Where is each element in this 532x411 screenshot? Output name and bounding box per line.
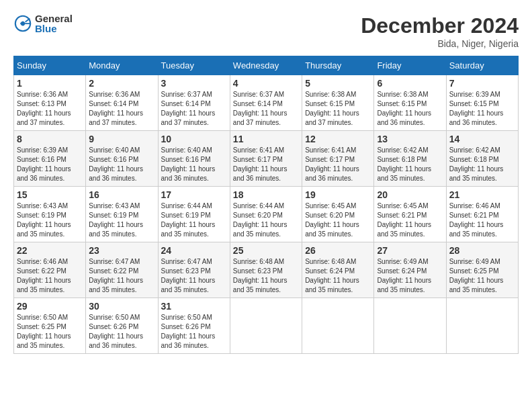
day-number: 10	[161, 134, 227, 144]
calendar-cell: 25 Sunrise: 6:48 AMSunset: 6:23 PMDaylig…	[230, 242, 302, 298]
day-number: 21	[449, 189, 515, 200]
day-info: Sunrise: 6:49 AMSunset: 6:24 PMDaylight:…	[377, 258, 431, 293]
day-info: Sunrise: 6:47 AMSunset: 6:22 PMDaylight:…	[89, 258, 143, 293]
logo: General Blue	[13, 13, 73, 34]
day-number: 16	[89, 189, 154, 200]
calendar-cell: 28 Sunrise: 6:49 AMSunset: 6:25 PMDaylig…	[446, 242, 518, 298]
day-info: Sunrise: 6:50 AMSunset: 6:26 PMDaylight:…	[161, 314, 216, 349]
calendar-cell	[374, 298, 446, 354]
location-text: Bida, Niger, Nigeria	[361, 38, 519, 49]
calendar-week-row: 29 Sunrise: 6:50 AMSunset: 6:25 PMDaylig…	[14, 298, 519, 354]
day-number: 4	[233, 78, 299, 89]
calendar-cell: 14 Sunrise: 6:42 AMSunset: 6:18 PMDaylig…	[446, 131, 518, 187]
weekday-header: Saturday	[446, 56, 518, 75]
calendar-cell: 23 Sunrise: 6:47 AMSunset: 6:22 PMDaylig…	[86, 242, 158, 298]
calendar-cell: 8 Sunrise: 6:39 AMSunset: 6:16 PMDayligh…	[14, 131, 86, 187]
day-info: Sunrise: 6:37 AMSunset: 6:14 PMDaylight:…	[161, 91, 216, 126]
calendar-cell: 31 Sunrise: 6:50 AMSunset: 6:26 PMDaylig…	[158, 298, 230, 354]
calendar-week-row: 8 Sunrise: 6:39 AMSunset: 6:16 PMDayligh…	[14, 131, 519, 187]
day-info: Sunrise: 6:43 AMSunset: 6:19 PMDaylight:…	[89, 202, 143, 238]
weekday-header: Sunday	[14, 56, 86, 75]
calendar-cell: 13 Sunrise: 6:42 AMSunset: 6:18 PMDaylig…	[374, 131, 446, 187]
calendar-header-row: SundayMondayTuesdayWednesdayThursdayFrid…	[14, 56, 519, 75]
day-number: 13	[377, 134, 443, 144]
day-number: 17	[161, 189, 227, 200]
calendar-table: SundayMondayTuesdayWednesdayThursdayFrid…	[13, 56, 519, 354]
page-header: General Blue December 2024 Bida, Niger, …	[13, 13, 519, 49]
weekday-header: Wednesday	[230, 56, 302, 75]
calendar-cell: 4 Sunrise: 6:37 AMSunset: 6:14 PMDayligh…	[230, 75, 302, 131]
day-number: 9	[89, 134, 154, 144]
calendar-cell	[446, 298, 518, 354]
day-number: 6	[377, 78, 443, 89]
day-info: Sunrise: 6:44 AMSunset: 6:20 PMDaylight:…	[233, 202, 287, 238]
day-info: Sunrise: 6:46 AMSunset: 6:22 PMDaylight:…	[17, 258, 71, 293]
calendar-cell: 11 Sunrise: 6:41 AMSunset: 6:17 PMDaylig…	[230, 131, 302, 187]
day-number: 18	[233, 189, 299, 200]
day-number: 8	[17, 134, 83, 144]
weekday-header: Monday	[86, 56, 158, 75]
day-info: Sunrise: 6:42 AMSunset: 6:18 PMDaylight:…	[377, 146, 431, 182]
calendar-cell: 20 Sunrise: 6:45 AMSunset: 6:21 PMDaylig…	[374, 187, 446, 242]
day-info: Sunrise: 6:38 AMSunset: 6:15 PMDaylight:…	[377, 91, 431, 126]
day-info: Sunrise: 6:48 AMSunset: 6:23 PMDaylight:…	[233, 258, 287, 293]
day-info: Sunrise: 6:49 AMSunset: 6:25 PMDaylight:…	[449, 258, 504, 293]
day-info: Sunrise: 6:47 AMSunset: 6:23 PMDaylight:…	[161, 258, 216, 293]
calendar-cell: 2 Sunrise: 6:36 AMSunset: 6:14 PMDayligh…	[86, 75, 158, 131]
calendar-week-row: 15 Sunrise: 6:43 AMSunset: 6:19 PMDaylig…	[14, 187, 519, 242]
day-info: Sunrise: 6:39 AMSunset: 6:15 PMDaylight:…	[449, 91, 504, 126]
day-info: Sunrise: 6:40 AMSunset: 6:16 PMDaylight:…	[161, 146, 216, 182]
day-number: 26	[305, 245, 371, 256]
day-number: 29	[17, 301, 83, 312]
logo-general-text: General	[35, 13, 73, 24]
day-number: 7	[449, 78, 515, 89]
day-number: 14	[449, 134, 515, 144]
calendar-cell: 3 Sunrise: 6:37 AMSunset: 6:14 PMDayligh…	[158, 75, 230, 131]
calendar-cell: 17 Sunrise: 6:44 AMSunset: 6:19 PMDaylig…	[158, 187, 230, 242]
day-number: 22	[17, 245, 83, 256]
day-number: 23	[89, 245, 154, 256]
calendar-cell: 27 Sunrise: 6:49 AMSunset: 6:24 PMDaylig…	[374, 242, 446, 298]
calendar-cell: 10 Sunrise: 6:40 AMSunset: 6:16 PMDaylig…	[158, 131, 230, 187]
day-number: 5	[305, 78, 371, 89]
logo-blue-text: Blue	[35, 24, 73, 34]
day-number: 2	[89, 78, 154, 89]
logo-text: General Blue	[35, 13, 73, 34]
calendar-cell: 6 Sunrise: 6:38 AMSunset: 6:15 PMDayligh…	[374, 75, 446, 131]
day-number: 25	[233, 245, 299, 256]
day-info: Sunrise: 6:41 AMSunset: 6:17 PMDaylight:…	[305, 146, 359, 182]
weekday-header: Tuesday	[158, 56, 230, 75]
calendar-cell	[302, 298, 374, 354]
day-number: 1	[17, 78, 83, 89]
calendar-cell: 1 Sunrise: 6:36 AMSunset: 6:13 PMDayligh…	[14, 75, 86, 131]
day-info: Sunrise: 6:38 AMSunset: 6:15 PMDaylight:…	[305, 91, 359, 126]
calendar-cell: 15 Sunrise: 6:43 AMSunset: 6:19 PMDaylig…	[14, 187, 86, 242]
day-info: Sunrise: 6:36 AMSunset: 6:13 PMDaylight:…	[17, 91, 71, 126]
calendar-cell: 5 Sunrise: 6:38 AMSunset: 6:15 PMDayligh…	[302, 75, 374, 131]
day-number: 31	[161, 301, 227, 312]
calendar-cell: 29 Sunrise: 6:50 AMSunset: 6:25 PMDaylig…	[14, 298, 86, 354]
calendar-cell: 30 Sunrise: 6:50 AMSunset: 6:26 PMDaylig…	[86, 298, 158, 354]
day-info: Sunrise: 6:50 AMSunset: 6:26 PMDaylight:…	[89, 314, 143, 349]
calendar-cell: 9 Sunrise: 6:40 AMSunset: 6:16 PMDayligh…	[86, 131, 158, 187]
day-info: Sunrise: 6:42 AMSunset: 6:18 PMDaylight:…	[449, 146, 504, 182]
day-number: 24	[161, 245, 227, 256]
calendar-cell: 22 Sunrise: 6:46 AMSunset: 6:22 PMDaylig…	[14, 242, 86, 298]
calendar-cell: 21 Sunrise: 6:46 AMSunset: 6:21 PMDaylig…	[446, 187, 518, 242]
day-number: 12	[305, 134, 371, 144]
calendar-cell: 7 Sunrise: 6:39 AMSunset: 6:15 PMDayligh…	[446, 75, 518, 131]
calendar-cell: 19 Sunrise: 6:45 AMSunset: 6:20 PMDaylig…	[302, 187, 374, 242]
day-number: 19	[305, 189, 371, 200]
calendar-cell: 12 Sunrise: 6:41 AMSunset: 6:17 PMDaylig…	[302, 131, 374, 187]
day-info: Sunrise: 6:37 AMSunset: 6:14 PMDaylight:…	[233, 91, 287, 126]
day-info: Sunrise: 6:39 AMSunset: 6:16 PMDaylight:…	[17, 146, 71, 182]
day-info: Sunrise: 6:41 AMSunset: 6:17 PMDaylight:…	[233, 146, 287, 182]
day-info: Sunrise: 6:46 AMSunset: 6:21 PMDaylight:…	[449, 202, 504, 238]
calendar-cell: 24 Sunrise: 6:47 AMSunset: 6:23 PMDaylig…	[158, 242, 230, 298]
day-number: 3	[161, 78, 227, 89]
calendar-cell	[230, 298, 302, 354]
day-info: Sunrise: 6:48 AMSunset: 6:24 PMDaylight:…	[305, 258, 359, 293]
weekday-header: Friday	[374, 56, 446, 75]
day-number: 28	[449, 245, 515, 256]
day-number: 20	[377, 189, 443, 200]
